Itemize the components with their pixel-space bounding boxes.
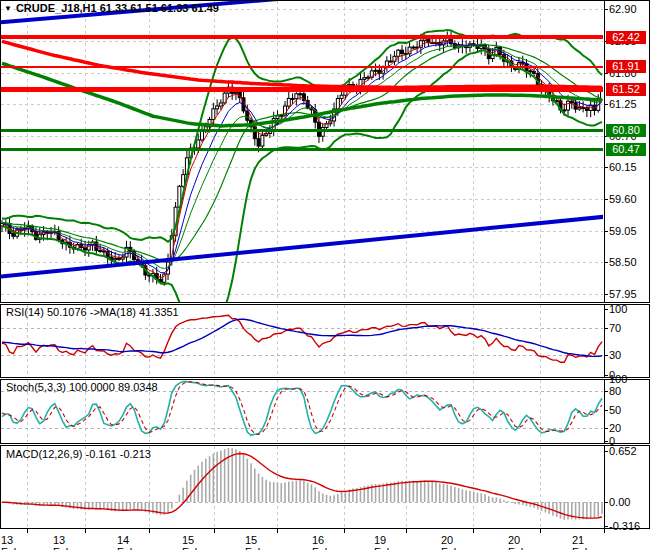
trading-chart-window: ▼CRUDE_J18,H1 61.33 61.51 61.33 61.49 62… bbox=[0, 0, 650, 550]
symbol-timeframe-label: CRUDE_J18,H1 bbox=[16, 2, 97, 14]
price-tick-label: 58.50 bbox=[609, 256, 649, 268]
chart-canvas[interactable] bbox=[0, 0, 650, 550]
macd-indicator-label: MACD(12,26,9) -0.161 -0.213 bbox=[6, 448, 151, 461]
chart-header: ▼CRUDE_J18,H1 61.33 61.51 61.33 61.49 bbox=[4, 2, 219, 15]
price-level-badge: 61.52 bbox=[606, 83, 646, 96]
rsi-tick-label: 70 bbox=[609, 322, 649, 334]
ohlc-readout: 61.33 61.51 61.33 61.49 bbox=[100, 2, 219, 14]
macd-tick-label: 0.652 bbox=[609, 445, 649, 457]
price-level-badge: 62.42 bbox=[606, 31, 646, 44]
time-axis-label: 16 Feb 12:00 bbox=[312, 534, 340, 550]
time-axis-label: 13 Feb 2018 bbox=[1, 534, 25, 550]
time-axis-label: 20 Feb 02:00 bbox=[441, 534, 469, 550]
price-tick-label: 59.05 bbox=[609, 225, 649, 237]
time-axis-label: 15 Feb 03:00 bbox=[182, 534, 210, 550]
macd-tick-label: 0.00 bbox=[609, 496, 649, 508]
price-tick-label: 61.25 bbox=[609, 98, 649, 110]
stoch-tick-label: 50 bbox=[609, 404, 649, 416]
stoch-tick-label: 80 bbox=[609, 385, 649, 397]
price-tick-label: 59.60 bbox=[609, 193, 649, 205]
main-pane bbox=[0, 0, 604, 334]
time-axis-label: 13 Feb 17:00 bbox=[53, 534, 81, 550]
time-axis-label: 20 Feb 18:00 bbox=[508, 534, 536, 550]
rsi-indicator-label: RSI(14) 50.1076 ->MA(18) 41.3351 bbox=[6, 306, 179, 319]
price-level-badge: 60.80 bbox=[606, 124, 646, 137]
stoch-indicator-label: Stoch(5,3,3) 100.0000 89.0348 bbox=[6, 381, 158, 394]
stoch-tick-label: 100 bbox=[609, 373, 649, 385]
symbol-dropdown-icon[interactable]: ▼ bbox=[4, 2, 12, 15]
rsi-tick-label: 30 bbox=[609, 349, 649, 361]
price-level-badge: 60.47 bbox=[606, 143, 646, 156]
macd-tick-label: -0.316 bbox=[609, 520, 649, 532]
time-axis-label: 19 Feb 05:00 bbox=[374, 534, 402, 550]
price-level-badge: 61.91 bbox=[606, 60, 646, 73]
time-axis-label: 21 Feb 11:00 bbox=[572, 534, 599, 550]
stoch-tick-label: 20 bbox=[609, 422, 649, 434]
rsi-tick-label: 100 bbox=[609, 303, 649, 315]
price-tick-label: 57.95 bbox=[609, 288, 649, 300]
time-axis-label: 14 Feb 10:00 bbox=[117, 534, 145, 550]
price-tick-label: 60.15 bbox=[609, 161, 649, 173]
price-tick-label: 62.90 bbox=[609, 3, 649, 15]
time-axis-label: 15 Feb 19:00 bbox=[245, 534, 273, 550]
